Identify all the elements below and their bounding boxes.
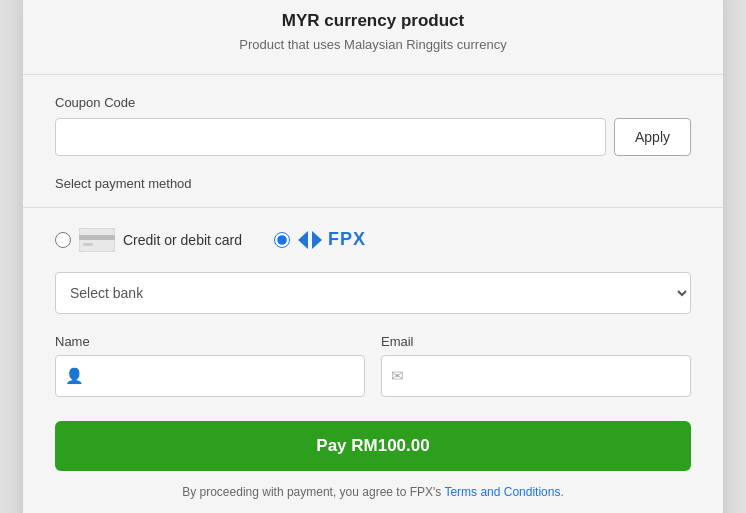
- payment-method-label: Select payment method: [55, 176, 691, 191]
- svg-rect-2: [83, 243, 93, 246]
- payment-modal: MYR currency product Product that uses M…: [23, 0, 723, 513]
- fpx-logo: FPX: [298, 229, 366, 250]
- divider-top: [23, 74, 723, 75]
- fpx-arrow-left-icon: [298, 231, 308, 249]
- email-input-wrap: ✉: [381, 355, 691, 397]
- card-icon: [79, 228, 115, 252]
- bank-select[interactable]: Select bank: [55, 272, 691, 314]
- coupon-input[interactable]: [55, 118, 606, 156]
- pay-button[interactable]: Pay RM100.00: [55, 421, 691, 471]
- coupon-label: Coupon Code: [55, 95, 691, 110]
- svg-rect-1: [79, 235, 115, 240]
- email-field-group: Email ✉: [381, 334, 691, 397]
- apply-button[interactable]: Apply: [614, 118, 691, 156]
- fpx-text: FPX: [328, 229, 366, 250]
- payment-options: Credit or debit card FPX: [55, 228, 691, 252]
- bank-select-row: Select bank: [55, 272, 691, 314]
- terms-prefix: By proceeding with payment, you agree to…: [182, 485, 444, 499]
- email-label: Email: [381, 334, 691, 349]
- divider-middle: [23, 207, 723, 208]
- fpx-arrow-right-icon: [312, 231, 322, 249]
- terms-suffix: .: [560, 485, 563, 499]
- terms-text: By proceeding with payment, you agree to…: [55, 485, 691, 499]
- email-input[interactable]: [381, 355, 691, 397]
- fpx-radio[interactable]: [274, 232, 290, 248]
- fields-row: Name 👤 Email ✉: [55, 334, 691, 397]
- name-field-group: Name 👤: [55, 334, 365, 397]
- modal-title: MYR currency product: [55, 11, 691, 31]
- modal-subtitle: Product that uses Malaysian Ringgits cur…: [55, 37, 691, 52]
- coupon-row: Apply: [55, 118, 691, 156]
- terms-link[interactable]: Terms and Conditions: [444, 485, 560, 499]
- card-option[interactable]: Credit or debit card: [55, 228, 242, 252]
- name-label: Name: [55, 334, 365, 349]
- card-radio[interactable]: [55, 232, 71, 248]
- name-input-wrap: 👤: [55, 355, 365, 397]
- name-input[interactable]: [55, 355, 365, 397]
- fpx-option[interactable]: FPX: [274, 229, 366, 250]
- card-option-label: Credit or debit card: [123, 232, 242, 248]
